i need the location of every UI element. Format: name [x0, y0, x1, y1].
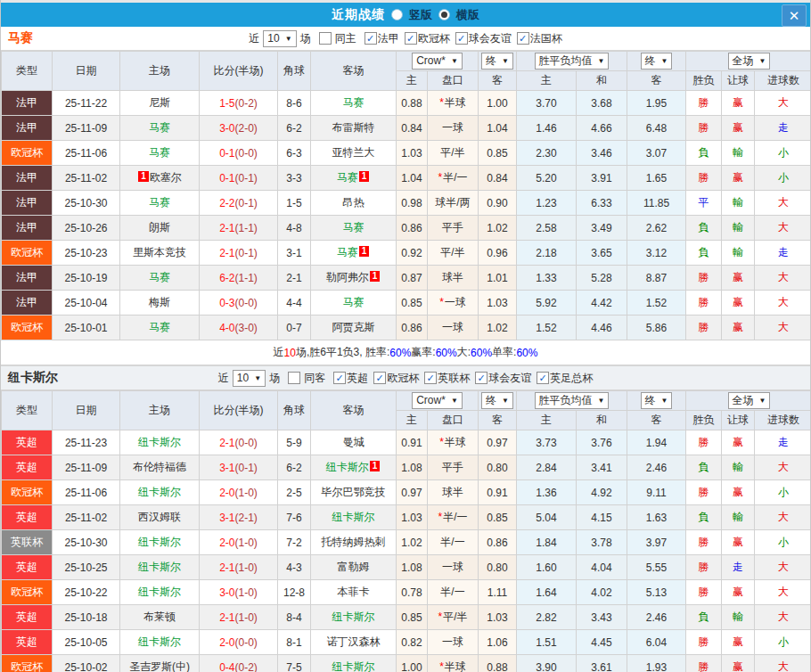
handicap-line: *一球 [428, 291, 479, 316]
odds-company-dropdown[interactable]: Crow*▼ [412, 392, 463, 409]
col-ah-home: 主 [397, 411, 428, 430]
handicap-line: 平/半 [428, 241, 479, 266]
league-checkbox[interactable]: ✓ [373, 372, 386, 384]
europe-odds-dropdown[interactable]: 胜平负均值▼ [535, 392, 610, 409]
same-venue-checkbox[interactable] [288, 372, 300, 384]
league-checkbox[interactable]: ✓ [365, 32, 377, 45]
result-handicap: 赢 [722, 480, 755, 505]
layout-vertical-label[interactable]: 竖版 [409, 7, 432, 23]
away-team-cell: 曼城 [311, 430, 397, 455]
col-eu-home: 主 [517, 411, 577, 430]
table-header: 类型 日期 主场 比分(半场) 角球 客场 Crow*▼ 终▼ 胜平负均值▼ 终… [2, 52, 811, 91]
europe-home-odds: 2.82 [517, 605, 577, 630]
match-count-select[interactable]: 10 ▼ [233, 370, 266, 387]
handicap-line: 一球 [428, 316, 479, 340]
match-row: 英联杯25-10-30纽卡斯尔2-0(1-0)7-2托特纳姆热刺1.02半/一0… [2, 530, 811, 555]
away-team-cell: 毕尔巴鄂竞技 [311, 480, 397, 505]
team-label: 布雷斯特 [332, 121, 375, 134]
layout-horizontal-radio[interactable] [438, 9, 450, 20]
europe-final-dropdown[interactable]: 终▼ [641, 53, 673, 70]
score-cell: 2-2(0-1) [200, 191, 278, 216]
score-cell: 2-1(0-0) [200, 430, 278, 455]
handicap-home-odds: 0.85 [397, 291, 428, 316]
score-cell: 0-1(0-1) [200, 166, 278, 191]
europe-away-odds: 3.07 [627, 141, 686, 166]
europe-home-odds: 1.64 [517, 580, 577, 605]
scope-dropdown[interactable]: 全场▼ [728, 392, 771, 409]
scope-value: 全场 [733, 394, 754, 407]
filter-bar: 近 10 ▼ 场 同客 ✓英超✓欧冠杯✓英联杯✓球会友谊✓英足总杯 [218, 370, 593, 387]
team-label: 毕尔巴鄂竞技 [322, 486, 386, 498]
date-cell: 25-10-18 [53, 605, 120, 630]
corner-cell: 3-1 [278, 241, 311, 266]
layout-horizontal-label[interactable]: 横版 [456, 7, 479, 23]
result-wdl: 負 [686, 455, 722, 480]
score-cell: 4-0(3-0) [200, 316, 278, 340]
caret-down-icon: ▼ [661, 54, 668, 68]
rank-badge: 1 [359, 171, 370, 182]
match-row: 法甲25-10-04梅斯0-3(0-0)4-4马赛0.85*一球1.035.92… [2, 291, 811, 316]
league-checkbox[interactable]: ✓ [333, 372, 346, 384]
scope-dropdown[interactable]: 全场▼ [728, 53, 771, 70]
match-row: 欧冠杯25-10-02圣吉罗斯(中)0-4(0-2)7-5纽卡斯尔1.00*半球… [2, 655, 811, 672]
odds-final-dropdown[interactable]: 终▼ [481, 392, 513, 409]
col-res-ah: 让球 [722, 71, 755, 91]
team-label: 里斯本竞技 [133, 246, 186, 258]
league-checkbox[interactable]: ✓ [517, 32, 529, 45]
europe-away-odds: 1.95 [627, 91, 686, 116]
league-cell: 英超 [2, 505, 53, 530]
result-handicap: 輸 [722, 141, 755, 166]
team-label: 诺丁汉森林 [327, 635, 381, 648]
europe-final-dropdown[interactable]: 终▼ [641, 392, 673, 409]
team-label: 纽卡斯尔 [138, 486, 181, 498]
result-goals: 大 [755, 316, 811, 340]
league-checkbox[interactable]: ✓ [475, 372, 487, 384]
team-label: 布伦特福德 [133, 461, 186, 473]
league-cell: 法甲 [2, 116, 53, 141]
handicap-away-odds: 1.04 [479, 116, 517, 141]
europe-draw-odds: 4.02 [577, 580, 627, 605]
europe-odds-dropdown[interactable]: 胜平负均值▼ [535, 53, 610, 70]
handicap-home-odds: 1.03 [397, 505, 428, 530]
europe-draw-odds: 3.78 [577, 530, 627, 555]
result-handicap: 輸 [722, 455, 755, 480]
col-score: 比分(半场) [200, 391, 278, 430]
europe-away-odds: 11.85 [627, 191, 686, 216]
handicap-home-odds: 0.87 [397, 266, 428, 291]
league-checkbox[interactable]: ✓ [537, 372, 549, 384]
league-checkbox[interactable]: ✓ [405, 32, 417, 45]
league-checkbox[interactable]: ✓ [424, 372, 437, 384]
team-label: 纽卡斯尔 [138, 561, 181, 573]
result-wdl: 勝 [686, 291, 722, 316]
results-table-marseille: 类型 日期 主场 比分(半场) 角球 客场 Crow*▼ 终▼ 胜平负均值▼ 终… [1, 51, 811, 340]
summary-segment: 大: [457, 345, 471, 360]
odds-final-header: 终▼ [479, 52, 517, 71]
caret-down-icon: ▼ [598, 394, 605, 407]
col-corner: 角球 [278, 391, 311, 430]
same-venue-checkbox[interactable] [319, 32, 332, 45]
result-handicap: 輸 [722, 605, 755, 630]
team-label: 昂热 [343, 196, 365, 209]
match-row: 英超25-10-18布莱顿2-1(1-0)8-4纽卡斯尔0.85*平/半1.03… [2, 605, 811, 630]
odds-final-dropdown[interactable]: 终▼ [481, 53, 513, 70]
handicap-line: *半/一 [428, 166, 479, 191]
results-table-newcastle: 类型 日期 主场 比分(半场) 角球 客场 Crow*▼ 终▼ 胜平负均值▼ 终… [1, 390, 811, 672]
date-cell: 25-10-04 [53, 291, 120, 316]
handicap-away-odds: 1.06 [479, 630, 517, 655]
layout-vertical-radio[interactable] [391, 9, 403, 20]
scope-value: 全场 [733, 54, 754, 68]
home-team-cell: 纽卡斯尔 [120, 530, 200, 555]
close-icon[interactable]: ✕ [782, 4, 807, 27]
odds-company-dropdown[interactable]: Crow*▼ [412, 53, 463, 70]
match-row: 英超25-11-09布伦特福德3-1(0-1)6-2纽卡斯尔11.08平手0.8… [2, 455, 811, 480]
date-cell: 25-10-26 [53, 216, 120, 241]
match-row: 英超25-11-02西汉姆联3-1(2-1)7-6纽卡斯尔1.03*半/一0.8… [2, 505, 811, 530]
league-checkbox[interactable]: ✓ [455, 32, 468, 45]
col-eu-away: 客 [627, 71, 686, 91]
match-rows: 英超25-11-23纽卡斯尔2-1(0-0)5-9曼城0.91*半球0.973.… [2, 430, 811, 672]
home-team-cell: 梅斯 [120, 291, 200, 316]
match-count-select[interactable]: 10 ▼ [263, 30, 296, 47]
result-handicap: 赢 [722, 580, 755, 605]
match-row: 欧冠杯25-10-01马赛4-0(3-0)0-7阿贾克斯0.86一球1.021.… [2, 316, 811, 340]
handicap-away-odds: 1.11 [479, 580, 517, 605]
